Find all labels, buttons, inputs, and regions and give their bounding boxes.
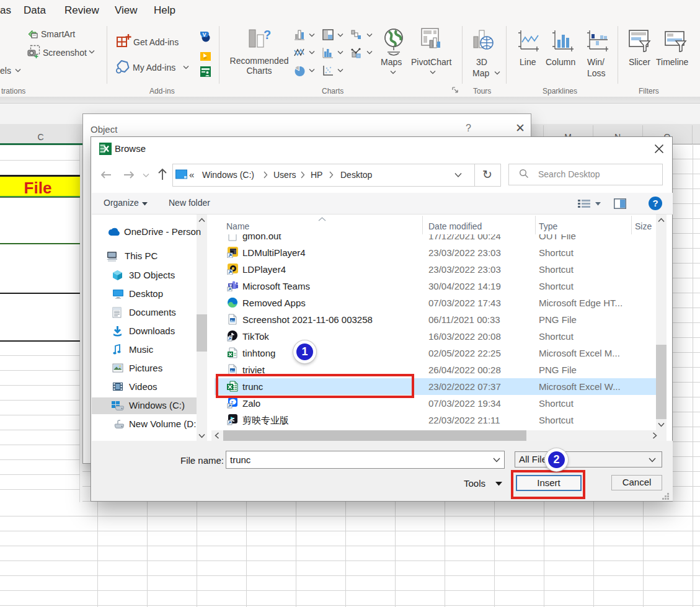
svg-text:V: V (203, 32, 206, 38)
svg-text:?: ? (264, 29, 271, 42)
